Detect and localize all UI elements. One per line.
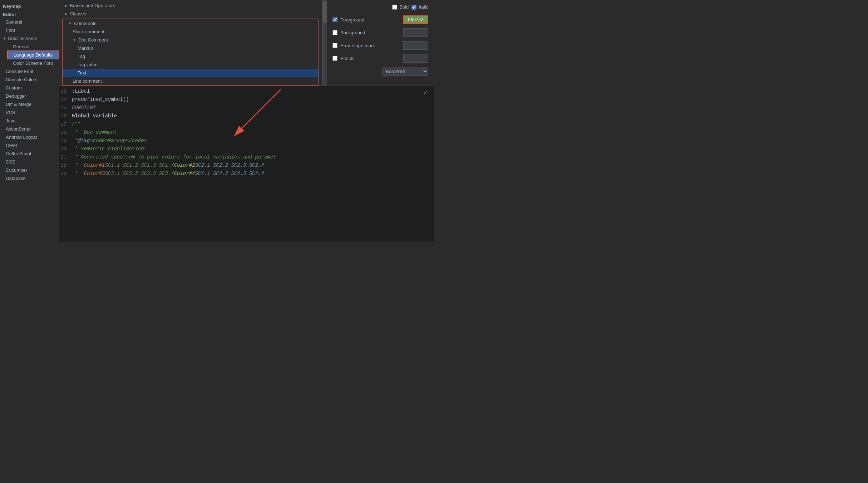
sidebar-item-android-logcat[interactable]: Android Logcat <box>0 133 59 141</box>
line-number: 23 <box>59 170 72 177</box>
code-line-23: 23 * Color#3 SC3.1 SC3.2 SC3.3 SC3.4 Col… <box>59 170 434 178</box>
tree-item-tag-value[interactable]: Tag value <box>63 60 319 69</box>
foreground-label: Foreground <box>340 17 400 23</box>
sidebar-item-debugger[interactable]: Debugger <box>0 92 59 100</box>
tree-label: Classes <box>70 11 86 16</box>
code-line-15: 15 CONSTANT <box>59 104 434 112</box>
background-checkbox[interactable] <box>332 30 337 35</box>
line-number: 14 <box>59 96 72 103</box>
code-text: <code>Markup</code> <box>90 137 147 145</box>
code-text: SC3.1 SC3.2 SC3.3 SC3.4 <box>105 170 174 177</box>
foreground-checkbox[interactable] <box>332 17 337 22</box>
sidebar-item-cucumber[interactable]: Cucumber <box>0 166 59 174</box>
line-number: 13 <box>59 88 72 95</box>
tree-label: Text <box>78 70 86 75</box>
sidebar-item-diff-merge[interactable]: Diff & Merge <box>0 100 59 108</box>
sidebar-item-coffeescript[interactable]: CoffeeScript <box>0 150 59 158</box>
keymap-header: Keymap <box>0 1 59 10</box>
tree-label: Braces and Operators <box>70 3 115 8</box>
background-row: Background <box>332 28 428 37</box>
code-text: CONSTANT <box>72 104 96 112</box>
main-content: ▶ Braces and Operators ▶ Classes ▼ Comme… <box>59 0 434 241</box>
effects-checkbox-label[interactable] <box>332 56 337 61</box>
tree-item-line-comment[interactable]: Line comment <box>63 77 319 85</box>
sidebar-item-cs-font[interactable]: Color Scheme Font <box>7 59 59 67</box>
sidebar-item-vcs[interactable]: VCS <box>0 108 59 117</box>
line-number: 16 <box>59 113 72 120</box>
line-number: 20 <box>59 146 72 153</box>
sidebar-item-actionscript[interactable]: ActionScript <box>0 125 59 133</box>
tree-label: Tag value <box>78 62 98 67</box>
code-text: Global variable <box>72 112 117 120</box>
editor-header: Editor <box>0 10 59 18</box>
tree-item-text[interactable]: Text <box>63 69 319 77</box>
effects-row: Effects <box>332 54 428 63</box>
color-scheme-label: Color Scheme <box>8 36 37 41</box>
tree-panel: ▶ Braces and Operators ▶ Classes ▼ Comme… <box>59 0 322 86</box>
effects-dropdown[interactable]: Bordered Underscored Bold Underscored <box>382 67 428 76</box>
code-text: * Doc comment <box>72 129 117 136</box>
error-stripe-swatch[interactable] <box>403 41 428 50</box>
top-panel: ▶ Braces and Operators ▶ Classes ▼ Comme… <box>59 0 434 86</box>
sidebar-item-cfml[interactable]: CFML <box>0 141 59 150</box>
code-text: Color#3 <box>84 170 105 177</box>
effects-checkbox[interactable] <box>332 56 337 61</box>
error-stripe-row: Error stripe mark <box>332 41 428 50</box>
sidebar-item-css[interactable]: CSS <box>0 158 59 166</box>
code-text: * Generated spectrum to pick colors for … <box>72 153 276 161</box>
error-stripe-label: Error stripe mark <box>340 43 400 48</box>
code-line-21: 21 * Generated spectrum to pick colors f… <box>59 153 434 161</box>
sidebar-item-cs-general[interactable]: General <box>7 43 59 51</box>
effects-label: Effects <box>340 56 400 61</box>
tree-item-comments[interactable]: ▼ Comments <box>63 19 319 28</box>
tree-item-tag[interactable]: Tag <box>63 52 319 60</box>
line-number: 21 <box>59 154 72 161</box>
sidebar-item-language-defaults[interactable]: Language Defaults <box>7 51 59 59</box>
tree-scrollbar[interactable] <box>322 0 327 86</box>
arrow-icon: ▼ <box>68 21 72 25</box>
foreground-color-swatch[interactable]: 6A9752 <box>403 15 428 24</box>
code-text: predefined_symbol() <box>72 96 129 103</box>
effects-dropdown-row: Bordered Underscored Bold Underscored <box>332 67 428 76</box>
bold-checkbox-label[interactable]: Bold <box>392 4 409 10</box>
sidebar-item-custom[interactable]: Custom <box>0 84 59 92</box>
bold-italic-row: Bold Italic <box>332 4 428 10</box>
foreground-checkbox-label[interactable] <box>332 17 337 22</box>
line-number: 15 <box>59 104 72 112</box>
italic-checkbox-label[interactable]: Italic <box>411 4 428 10</box>
code-text: SC2.1 SC2.2 SC2.3 SC2.4 <box>195 162 264 169</box>
sidebar-section-color-scheme[interactable]: ▼ Color Scheme <box>0 34 59 43</box>
error-stripe-checkbox[interactable] <box>332 43 337 48</box>
tree-label: Doc Comment <box>78 37 108 43</box>
sidebar-item-console-colors[interactable]: Console Colors <box>0 75 59 84</box>
sidebar-item-database[interactable]: Database <box>0 174 59 182</box>
tree-item-classes[interactable]: ▶ Classes <box>59 10 322 18</box>
sidebar-item-font[interactable]: Font <box>0 26 59 34</box>
sidebar-item-general[interactable]: General <box>0 18 59 26</box>
line-number: 19 <box>59 137 72 145</box>
code-line-17: 17 /** <box>59 120 434 128</box>
tree-item-markup[interactable]: Markup <box>63 44 319 52</box>
italic-checkbox[interactable] <box>411 5 416 10</box>
code-line-13: 13 :Label <box>59 87 434 96</box>
error-stripe-checkbox-label[interactable] <box>332 43 337 48</box>
tree-item-block-comment[interactable]: Block comment <box>63 28 319 36</box>
background-color-swatch[interactable] <box>403 28 428 37</box>
sidebar-item-console-font[interactable]: Console Font <box>0 67 59 75</box>
color-scheme-sub: General Language Defaults Color Scheme F… <box>0 43 59 67</box>
code-line-14: 14 predefined_symbol() <box>59 96 434 104</box>
background-checkbox-label[interactable] <box>332 30 337 35</box>
code-text: * <box>72 137 78 145</box>
arrow-icon: ▶ <box>65 4 68 8</box>
checkmark-icon: ✓ <box>423 89 428 97</box>
code-text: SC4.1 SC4.2 SC4.3 SC4.4 <box>195 170 264 177</box>
bold-checkbox[interactable] <box>392 5 397 10</box>
tree-item-doc-comment[interactable]: ▼ Doc Comment <box>63 36 319 44</box>
code-text: @tag <box>78 137 90 145</box>
effects-swatch[interactable] <box>403 54 428 63</box>
sidebar-item-java[interactable]: Java <box>0 117 59 125</box>
code-text: :Label <box>72 88 90 95</box>
code-text: SC1.1 SC1.2 SC1.3 SC1.4 <box>105 162 174 169</box>
tree-item-braces[interactable]: ▶ Braces and Operators <box>59 1 322 10</box>
line-number: 18 <box>59 129 72 136</box>
